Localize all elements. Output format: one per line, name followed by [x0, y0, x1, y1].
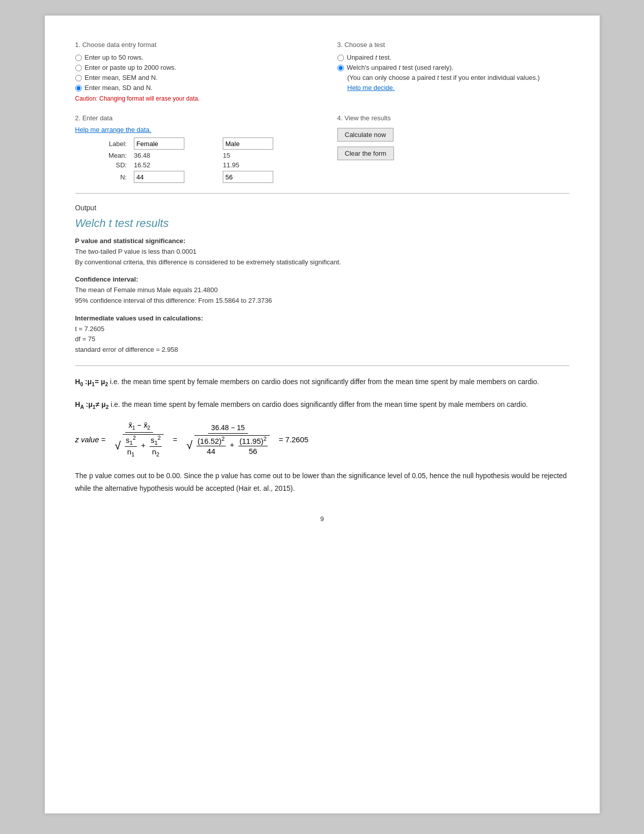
df-value: df = 75 — [75, 335, 95, 343]
formula-lhs: z value = — [75, 435, 106, 444]
section2: 2. Enter data Help me arrange the data. … — [75, 114, 307, 183]
intermediate-block: Intermediate values used in calculations… — [75, 313, 569, 355]
divider1 — [75, 193, 569, 194]
ci-bold-label: Confidence interval: — [75, 275, 138, 283]
formula-values: 36.48 − 15 √ (16.52)2 44 + (11.95)2 56 — [183, 424, 273, 455]
n-label: N: — [75, 173, 129, 181]
sd-label: SD: — [75, 161, 129, 169]
formula-section: z value = x̄1 − x̄2 √ s12 n1 + — [75, 421, 569, 457]
section4: 4. View the results Calculate now Clear … — [337, 114, 569, 183]
option-2000rows[interactable]: Enter or paste up to 2000 rows. — [75, 64, 307, 71]
option-50rows[interactable]: Enter up to 50 rows. — [75, 54, 307, 61]
ci-line2: 95% confidence interval of this differen… — [75, 297, 272, 304]
section3: 3. Choose a test Unpaired t test. Welch'… — [337, 41, 569, 102]
null-text: i.e. the mean time spent by female membe… — [110, 378, 539, 386]
female-mean-value: 36.48 — [134, 152, 218, 159]
section1-title: 1. Choose data entry format — [75, 41, 307, 49]
divider2 — [75, 365, 569, 366]
label-label: Label: — [75, 140, 129, 148]
section2-title: 2. Enter data — [75, 114, 307, 122]
t-value: t = 7.2605 — [75, 325, 105, 333]
section1-options: Enter up to 50 rows. Enter or paste up t… — [75, 54, 307, 102]
page-container: 1. Choose data entry format Enter up to … — [44, 15, 600, 814]
pvalue-line1: The two-tailed P value is less than 0.00… — [75, 248, 196, 255]
output-label: Output — [75, 204, 569, 212]
pvalue-block: P value and statistical significance: Th… — [75, 236, 569, 267]
alt-prefix: HA :μ1≠ μ2 — [75, 400, 109, 408]
male-n-input[interactable] — [223, 171, 273, 183]
std-error: standard error of difference = 2.958 — [75, 346, 178, 353]
section1: 1. Choose data entry format Enter up to … — [75, 41, 307, 102]
male-mean-value: 15 — [223, 152, 307, 159]
female-n-input[interactable] — [134, 171, 184, 183]
formula-fraction1: x̄1 − x̄2 √ s12 n1 + s12 n2 — [112, 421, 167, 457]
ci-block: Confidence interval: The mean of Female … — [75, 274, 569, 306]
alt-hypothesis: HA :μ1≠ μ2 i.e. the mean time spent by f… — [75, 399, 569, 411]
section4-title: 4. View the results — [337, 114, 569, 122]
section3-options: Unpaired t test. Welch's unpaired t test… — [337, 54, 569, 96]
alt-text: i.e. the mean time spent by female membe… — [111, 400, 528, 408]
help-arrange-link[interactable]: Help me arrange the data. — [75, 126, 307, 133]
pvalue-bold-label: P value and statistical significance: — [75, 237, 186, 245]
female-label-input[interactable] — [134, 137, 184, 150]
male-sd-value: 11.95 — [223, 161, 307, 169]
caution-text: Caution: Changing format will erase your… — [75, 95, 307, 102]
pvalue-line2: By conventional criteria, this differenc… — [75, 258, 341, 266]
calculate-button[interactable]: Calculate now — [337, 128, 394, 142]
middle-sections: 2. Enter data Help me arrange the data. … — [75, 114, 569, 183]
male-label-input[interactable] — [223, 137, 273, 150]
data-grid: Label: Mean: 36.48 15 SD: 16.52 11.95 N: — [75, 137, 307, 183]
intermediate-bold-label: Intermediate values used in calculations… — [75, 314, 204, 322]
null-hypothesis: H0 :μ1= μ2 i.e. the mean time spent by f… — [75, 376, 569, 389]
option-paired-note: (You can only choose a paired t test if … — [348, 74, 569, 81]
welch-title: Welch t test results — [75, 217, 569, 230]
clear-form-button[interactable]: Clear the form — [337, 147, 394, 160]
option-sd[interactable]: Enter mean, SD and N. — [75, 84, 307, 91]
help-decide-link[interactable]: Help me decide. — [348, 84, 569, 96]
formula-result: = 7.2605 — [279, 435, 309, 444]
option-unpaired[interactable]: Unpaired t test. — [337, 54, 569, 61]
null-prefix: H0 :μ1= μ2 — [75, 378, 108, 386]
option-sem[interactable]: Enter mean, SEM and N. — [75, 74, 307, 81]
output-section: Output Welch t test results P value and … — [75, 204, 569, 355]
formula-equals: = — [173, 435, 177, 444]
page-number: 9 — [75, 515, 569, 523]
female-sd-value: 16.52 — [134, 161, 218, 169]
option-welch[interactable]: Welch's unpaired t test (used rarely). — [337, 64, 569, 71]
section3-title: 3. Choose a test — [337, 41, 569, 49]
mean-label: Mean: — [75, 152, 129, 159]
top-sections: 1. Choose data entry format Enter up to … — [75, 41, 569, 102]
ci-line1: The mean of Female minus Male equals 21.… — [75, 286, 218, 294]
conclusion-text: The p value comes out to be 0.00. Since … — [75, 470, 569, 495]
